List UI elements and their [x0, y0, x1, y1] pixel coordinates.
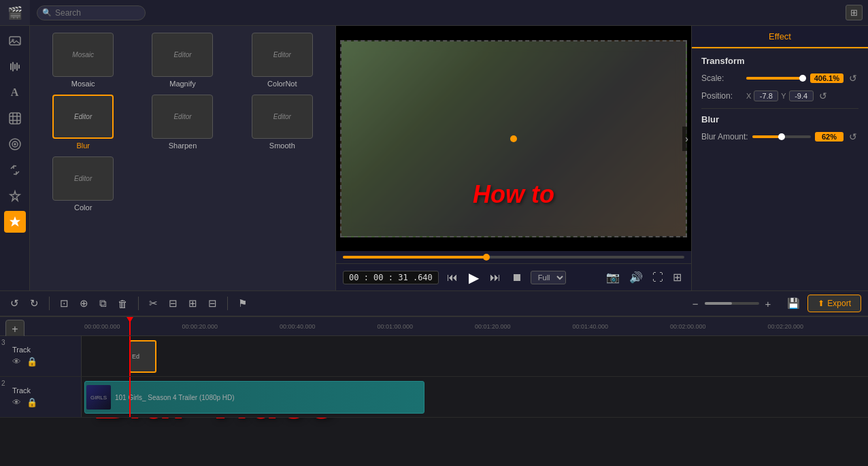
track-icons-2: 👁 🔒 [5, 397, 76, 407]
next-frame-button[interactable]: ⏭ [487, 270, 503, 285]
stop-button[interactable]: ⏹ [509, 270, 525, 285]
search-input[interactable] [37, 5, 146, 20]
svg-rect-0 [10, 37, 20, 45]
search-bar: 🔍 [30, 5, 846, 20]
blur-value: 62% [815, 132, 844, 142]
scale-slider[interactable] [746, 77, 806, 80]
ruler-mark-2: 00:00:40.000 [280, 323, 378, 330]
delete-button[interactable]: 🗑 [114, 296, 131, 312]
scale-value: 406.1% [810, 73, 844, 83]
trim-button[interactable]: ⊟ [205, 295, 220, 312]
sidebar-item-filter[interactable] [4, 133, 26, 155]
effect-smooth-box[interactable]: Editor [252, 95, 313, 139]
sidebar: A [0, 26, 30, 290]
effect-color-box[interactable]: Editor [52, 156, 114, 201]
play-button[interactable]: ▶ [466, 268, 482, 287]
crop-button[interactable]: ⊞ [185, 295, 201, 312]
zoom-slider[interactable] [705, 302, 759, 305]
layout-button[interactable]: ⊞ [670, 269, 684, 285]
progress-track[interactable] [343, 256, 684, 259]
cut-button[interactable]: ✂ [146, 295, 161, 312]
grid-view-button[interactable]: ⊞ [846, 5, 863, 20]
pos-x-value[interactable]: -7.8 [754, 90, 778, 101]
add-media-button[interactable]: ⊕ [76, 295, 92, 312]
blur-clip-label: Ed [131, 352, 141, 361]
progress-bar-area[interactable] [336, 251, 691, 263]
save-button[interactable]: 💾 [784, 295, 803, 312]
clip-title: 101 Girls_ Season 4 Trailer (1080p HD) [112, 394, 237, 401]
sidebar-item-effects[interactable] [4, 185, 26, 207]
blur-slider[interactable] [752, 135, 811, 138]
svg-rect-4 [14, 64, 16, 69]
logo-area: 🎬 [0, 0, 30, 25]
scale-reset-button[interactable]: ↺ [848, 73, 858, 84]
pos-y-value[interactable]: -9.4 [789, 90, 814, 101]
effect-mosaic[interactable]: Mosaic Mosaic [37, 33, 129, 88]
svg-rect-2 [10, 63, 12, 70]
track-num-3: 3 [1, 339, 5, 346]
sidebar-item-media[interactable] [4, 30, 26, 52]
redo-button[interactable]: ↻ [27, 295, 42, 312]
progress-thumb[interactable] [483, 254, 490, 261]
track-lock-icon-2[interactable]: 🔒 [27, 397, 37, 407]
blur-slider-thumb[interactable] [778, 133, 785, 140]
playhead-head [127, 317, 133, 322]
position-reset-button[interactable]: ↺ [818, 90, 829, 101]
playhead[interactable] [129, 317, 131, 335]
sidebar-item-text[interactable]: A [4, 82, 26, 103]
tab-effect[interactable]: Effect [692, 26, 868, 48]
screenshot-button[interactable]: 📷 [603, 269, 622, 285]
main-area: A Mosaic Mosaic Edi [0, 26, 868, 290]
search-icon: 🔍 [42, 8, 52, 17]
blur-track-clip[interactable]: Ed [129, 340, 156, 373]
sidebar-item-star[interactable] [4, 211, 26, 233]
undo-button[interactable]: ↺ [7, 295, 22, 312]
timeline-header-row: + 00:00:00.000 00:00:20.000 00:00:40.000… [0, 317, 868, 336]
track-lock-icon-3[interactable]: 🔒 [27, 356, 37, 367]
copy-button[interactable]: ⧉ [96, 295, 110, 312]
export-label: Export [827, 299, 851, 308]
sidebar-item-audio[interactable] [4, 56, 26, 78]
effect-sharpen-box[interactable]: Editor [152, 95, 213, 139]
sidebar-item-sticker[interactable] [4, 107, 26, 129]
bookmark-button[interactable]: ⚑ [235, 295, 250, 312]
prev-frame-button[interactable]: ⏮ [444, 270, 461, 285]
scale-slider-thumb[interactable] [799, 75, 806, 82]
track-header-2: 2 Track 👁 🔒 [0, 377, 82, 417]
zoom-in-button[interactable]: + [762, 296, 775, 312]
fullscreen-button[interactable]: ⛶ [650, 269, 666, 285]
timeline-tracks: Blur Video 3 Track 👁 🔒 Ed [0, 336, 868, 466]
track-eye-icon-2[interactable]: 👁 [12, 397, 21, 407]
effect-smooth[interactable]: Editor Smooth [236, 95, 329, 150]
effect-colornot[interactable]: Editor ColorNot [236, 33, 329, 88]
blur-reset-button[interactable]: ↺ [848, 131, 858, 142]
export-button[interactable]: ⬆ Export [807, 295, 861, 312]
export-icon: ⬆ [818, 299, 824, 308]
scale-row: Scale: 406.1% ↺ [701, 73, 858, 84]
effect-blur-box[interactable]: Editor [52, 95, 114, 139]
zoom-out-button[interactable]: − [689, 296, 702, 312]
x-label: X [746, 92, 751, 100]
ctrl-icons: 📷 🔊 ⛶ ⊞ [603, 269, 684, 285]
coord-group: X -7.8 Y -9.4 [746, 90, 814, 101]
sidebar-item-transition[interactable] [4, 159, 26, 181]
track-name-2: Track [5, 386, 76, 395]
effect-color[interactable]: Editor Color [37, 156, 129, 212]
split-button[interactable]: ⊟ [165, 295, 181, 312]
zoom-fill [705, 302, 732, 305]
effect-magnify-box[interactable]: Editor [152, 33, 213, 77]
expand-button[interactable]: › [682, 127, 691, 151]
effect-magnify[interactable]: Editor Magnify [136, 33, 229, 88]
track-eye-icon-3[interactable]: 👁 [12, 356, 21, 367]
toolbar-sep-2 [138, 297, 139, 310]
svg-point-14 [14, 144, 16, 145]
effect-sharpen[interactable]: Editor Sharpen [136, 95, 229, 150]
volume-button[interactable]: 🔊 [627, 269, 646, 285]
quality-select[interactable]: Full 1/2 1/4 [531, 271, 566, 284]
effect-colornot-box[interactable]: Editor [252, 33, 313, 77]
effect-mosaic-box[interactable]: Mosaic [52, 33, 114, 77]
select-tool-button[interactable]: ⊡ [56, 295, 72, 312]
effect-blur[interactable]: Editor Blur [37, 95, 129, 150]
svg-rect-3 [12, 62, 14, 71]
video-track-clip[interactable]: GIRLS 101 Girls_ Season 4 Trailer (1080p… [84, 381, 424, 414]
